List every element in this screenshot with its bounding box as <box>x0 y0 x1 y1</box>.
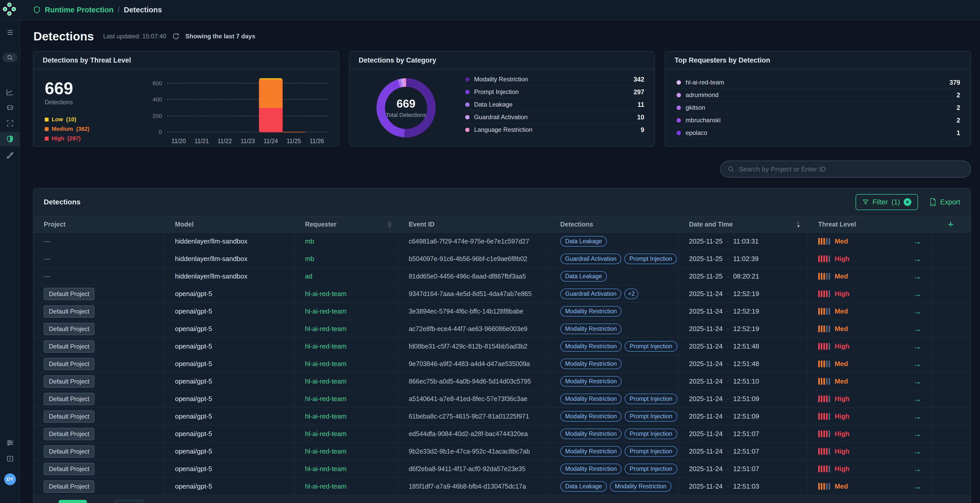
category-card: Detections by Category 669 Total Detecti… <box>349 51 655 147</box>
requester-cell[interactable]: ad <box>294 268 398 285</box>
table-row[interactable]: Default Project openai/gpt-5 hl-ai-red-t… <box>33 390 970 408</box>
table-row[interactable]: Default Project openai/gpt-5 hl-ai-red-t… <box>33 338 970 355</box>
export-button[interactable]: CSV Export <box>929 198 960 206</box>
threat-level-card: Detections by Threat Level 669 Detection… <box>33 51 339 147</box>
scanner-icon[interactable] <box>0 116 20 131</box>
column-header-project[interactable]: Project <box>33 216 164 233</box>
menu-icon[interactable] <box>0 25 20 40</box>
requester-cell[interactable]: hl-ai-red-team <box>294 460 398 478</box>
row-arrow-icon[interactable]: → <box>913 394 926 404</box>
requester-cell[interactable]: hl-ai-red-team <box>294 285 398 303</box>
top-requesters-card: Top Requesters by Detection hl-ai-red-te… <box>665 51 971 147</box>
column-header-detections[interactable]: Detections <box>550 216 678 233</box>
table-row[interactable]: Default Project openai/gpt-5 hl-ai-red-t… <box>33 460 970 478</box>
row-arrow-icon[interactable]: → <box>913 289 926 299</box>
requester-cell[interactable]: hl-ai-red-team <box>294 478 398 495</box>
detection-badge: Prompt Injection <box>625 429 677 439</box>
table-row[interactable]: Default Project openai/gpt-5 hl-ai-red-t… <box>33 355 970 373</box>
requester-cell[interactable]: hl-ai-red-team <box>294 443 398 460</box>
add-column-button[interactable]: + <box>931 216 970 233</box>
table-row[interactable]: Default Project openai/gpt-5 hl-ai-red-t… <box>33 425 970 443</box>
user-avatar[interactable]: DY <box>0 472 20 487</box>
requester-cell[interactable]: hl-ai-red-team <box>294 355 398 373</box>
requester-dot <box>676 93 681 97</box>
requester-cell[interactable]: mb <box>294 250 398 268</box>
row-arrow-icon[interactable]: → <box>913 341 926 351</box>
row-arrow-icon[interactable]: → <box>913 359 926 369</box>
model-cell: hiddenlayer/llm-sandbox <box>164 268 294 285</box>
filter-button[interactable]: Filter (1) ✕ <box>856 194 918 210</box>
row-actions-cell <box>931 478 970 495</box>
search-icon[interactable] <box>0 51 20 65</box>
row-arrow-icon[interactable]: → <box>913 306 926 316</box>
requester-cell[interactable]: hl-ai-red-team <box>294 320 398 338</box>
row-actions-cell <box>931 303 970 320</box>
row-arrow-icon[interactable]: → <box>913 481 926 492</box>
requester-cell[interactable]: hl-ai-red-team <box>294 373 398 390</box>
model-cell: openai/gpt-5 <box>164 390 294 408</box>
table-row[interactable]: Default Project openai/gpt-5 hl-ai-red-t… <box>33 443 970 460</box>
datetime-cell: 2025-11-24·12:51:03 <box>678 478 807 495</box>
table-row[interactable]: --- hiddenlayer/llm-sandbox ad 81dd65e0-… <box>33 268 970 285</box>
requester-cell[interactable]: mb <box>294 233 398 250</box>
table-row[interactable]: Default Project openai/gpt-5 hl-ai-red-t… <box>33 373 970 390</box>
requester-cell[interactable]: hl-ai-red-team <box>294 390 398 408</box>
project-cell: Default Project <box>33 443 164 460</box>
table-row[interactable]: Default Project openai/gpt-5 hl-ai-red-t… <box>33 320 970 338</box>
row-arrow-icon[interactable]: → <box>913 324 926 334</box>
column-header-event-id[interactable]: Event ID <box>398 216 549 233</box>
csv-file-icon: CSV <box>929 198 937 206</box>
detection-overflow-badge[interactable]: +2 <box>624 289 638 299</box>
x-axis-tick: 11/21 <box>190 138 213 145</box>
model-cell: openai/gpt-5 <box>164 425 294 443</box>
clear-filter-icon[interactable]: ✕ <box>904 198 912 206</box>
datetime-cell: 2025-11-24·12:51:48 <box>678 338 807 355</box>
runtime-protection-icon[interactable] <box>0 132 20 146</box>
settings-sliders-icon[interactable] <box>0 436 20 450</box>
row-arrow-icon[interactable]: → <box>913 411 926 422</box>
table-row[interactable]: Default Project openai/gpt-5 hl-ai-red-t… <box>33 408 970 425</box>
datetime-cell: 2025-11-24·12:51:48 <box>678 355 807 373</box>
row-arrow-icon[interactable]: → <box>913 236 926 246</box>
requester-cell[interactable]: hl-ai-red-team <box>294 338 398 355</box>
column-header-requester[interactable]: Requester△▽ <box>294 216 398 233</box>
table-row[interactable]: --- hiddenlayer/llm-sandbox mb c64981a6-… <box>33 233 970 250</box>
top-bar: Runtime Protection / Detections <box>0 0 980 20</box>
project-cell: Default Project <box>33 285 164 303</box>
column-header-date-and-time[interactable]: Date and Time△▼ <box>678 216 807 233</box>
table-row[interactable]: Default Project openai/gpt-5 hl-ai-red-t… <box>33 285 970 303</box>
refresh-icon[interactable] <box>172 32 180 40</box>
search-input[interactable] <box>739 165 964 173</box>
project-cell: Default Project <box>33 408 164 425</box>
column-header-threat-level[interactable]: Threat Level <box>808 216 931 233</box>
red-team-icon[interactable] <box>0 148 20 162</box>
requester-cell[interactable]: hl-ai-red-team <box>294 408 398 425</box>
ai-model-icon[interactable]: AI <box>0 101 20 115</box>
row-arrow-icon[interactable]: → <box>913 254 926 264</box>
legend-dot <box>465 128 469 132</box>
row-arrow-icon[interactable]: → <box>913 464 926 474</box>
requester-cell[interactable]: hl-ai-red-team <box>294 425 398 443</box>
table-row[interactable]: Default Project openai/gpt-5 hl-ai-red-t… <box>33 303 970 320</box>
row-arrow-icon[interactable]: → <box>913 271 926 281</box>
pagination-button[interactable] <box>116 500 144 503</box>
threat-total-label: Detections <box>45 99 118 106</box>
breadcrumb-section[interactable]: Runtime Protection <box>45 6 113 14</box>
svg-text:AI: AI <box>9 107 11 109</box>
sandbox-icon[interactable] <box>0 452 20 466</box>
row-arrow-icon[interactable]: → <box>913 376 926 386</box>
monitoring-icon[interactable] <box>0 85 20 99</box>
row-actions-cell <box>931 390 970 408</box>
column-header-model[interactable]: Model <box>164 216 294 233</box>
table-row[interactable]: --- hiddenlayer/llm-sandbox mb b504097e-… <box>33 250 970 268</box>
requester-dot <box>676 131 681 135</box>
pagination <box>33 495 970 503</box>
detections-cell: Guardrail Activation+2 <box>550 285 678 303</box>
app-logo[interactable] <box>0 0 20 20</box>
table-row[interactable]: Default Project openai/gpt-5 hl-ai-red-t… <box>33 478 970 495</box>
x-axis-tick: 11/23 <box>236 138 259 145</box>
pagination-button-active[interactable] <box>59 500 87 503</box>
row-arrow-icon[interactable]: → <box>913 429 926 439</box>
requester-cell[interactable]: hl-ai-red-team <box>294 303 398 320</box>
row-arrow-icon[interactable]: → <box>913 446 926 457</box>
